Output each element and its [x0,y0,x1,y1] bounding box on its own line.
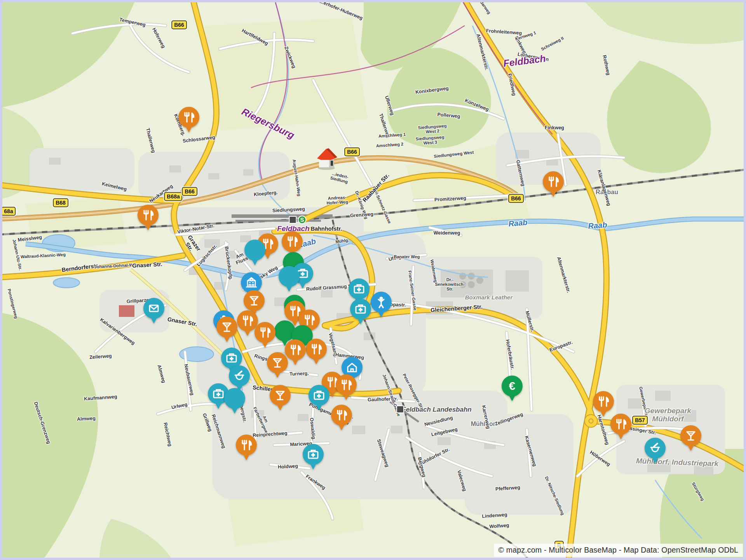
poi-marker-poi-teal[interactable] [279,266,300,287]
house-icon [344,360,360,375]
road-shield: B66 [182,187,197,196]
medical-case-icon [211,386,226,402]
poi-marker-bar[interactable] [270,385,291,406]
map-label: Holdweg [278,464,298,470]
poi-marker-restaurant[interactable] [237,310,258,331]
euro-icon: € [504,378,520,394]
medical-case-icon [305,447,321,462]
fork-knife-icon [613,416,629,432]
map-label: Raab [588,221,607,231]
poi-marker-poi-teal[interactable] [224,388,245,409]
home-marker[interactable] [314,148,338,172]
map-attribution: © mapz.com - Multicolor BaseMap - Map Da… [494,544,743,557]
poi-marker-bar[interactable] [680,425,701,446]
poi-marker-doctor[interactable] [309,385,329,406]
map-label: Bahnhofstr. [311,226,342,232]
poi-marker-restaurant[interactable] [543,171,564,192]
map-label: Feldbach Landesbahn [402,406,471,413]
fork-knife-icon [257,325,273,340]
poi-marker-restaurant[interactable] [593,391,614,412]
rail-station-icon [396,405,404,413]
map-label: Finkweg [545,125,564,131]
road-shield: B57 [632,416,648,425]
poi-marker-money[interactable]: € [502,376,523,397]
road-shield: B68 [53,198,68,207]
poi-marker-restaurant[interactable] [331,405,352,426]
fork-knife-icon [239,437,254,453]
map-label: Andreas- Hofer-Weg [326,195,349,206]
medical-case-icon [224,350,239,366]
envelope-icon [146,301,162,316]
poi-marker-restaurant[interactable] [254,322,275,343]
road-shield: B68a [164,192,182,201]
map-label: Dr.- Senekowitsch- Str. [435,278,465,292]
poi-marker-bar[interactable] [216,317,237,337]
map-label: Banater Weg [394,255,420,259]
townhall-icon [244,275,259,290]
fork-knife-icon [284,234,300,249]
poi-marker-poi-teal[interactable] [244,240,265,261]
poi-marker-restaurant[interactable] [282,231,303,252]
fork-knife-icon [596,394,611,409]
poi-marker-restaurant[interactable] [236,435,257,456]
sbahn-icon: S [298,216,307,224]
svg-text:€: € [509,379,516,392]
person-icon [373,294,389,310]
road-shield: B66 [344,148,360,157]
attribution-text: © mapz.com - Multicolor BaseMap - Map Da… [498,546,738,554]
fork-knife-icon [309,341,324,357]
cocktail-icon [219,319,235,335]
road-shield: 68a [1,207,16,216]
poi-marker-doctor[interactable] [349,278,370,299]
map-label: Almweg [77,416,96,422]
poi-marker-restaurant[interactable] [138,205,159,226]
mortar-pestle-icon [647,440,663,456]
map-label: Weidenweg [434,231,460,236]
map-label: Gewerbepark Mühldorf [645,407,691,423]
road-shield: B66 [171,21,187,30]
fork-knife-icon [288,342,303,358]
map-label: Raab [508,218,528,228]
basemap-layer [2,2,746,560]
medical-case-icon [351,281,367,297]
medical-case-icon [311,388,327,403]
fork-knife-icon [546,174,561,190]
poi-marker-restaurant[interactable] [610,414,631,435]
map-label: Boxmark Leather [465,294,513,301]
poi-marker-bar[interactable] [267,352,288,373]
road-shield: B66 [508,194,524,203]
poi-marker-restaurant[interactable] [285,339,306,360]
poi-marker-restaurant[interactable] [336,374,357,395]
cocktail-icon [272,388,288,403]
station-icon: S [289,216,307,224]
poi-marker-restaurant[interactable] [178,107,199,128]
fork-knife-icon [338,377,354,393]
cocktail-icon [270,355,285,370]
poi-marker-doctor[interactable] [350,299,371,320]
fork-knife-icon [181,110,197,125]
fork-knife-icon [140,207,156,223]
map-canvas[interactable]: TemperwegHoferwegHartlfeldwegZwickweg...… [0,0,746,560]
cocktail-icon [683,428,699,443]
poi-marker-restaurant[interactable] [306,339,327,360]
poi-marker-person[interactable] [371,292,392,313]
poi-marker-envelope[interactable] [143,298,164,319]
poi-marker-bar[interactable] [244,290,265,311]
cocktail-icon [246,293,262,308]
map-label: Turnerg. [289,371,309,377]
station-icon [396,405,404,413]
poi-marker-doctor[interactable] [303,444,324,465]
home-3d-icon [314,148,338,170]
medical-case-icon [353,301,368,317]
fork-knife-icon [334,407,349,423]
poi-marker-pharmacy[interactable] [229,365,250,386]
mortar-pestle-icon [232,368,247,384]
rail-station-icon [289,216,297,224]
fork-knife-icon [240,313,255,329]
poi-marker-pharmacy[interactable] [645,438,666,459]
